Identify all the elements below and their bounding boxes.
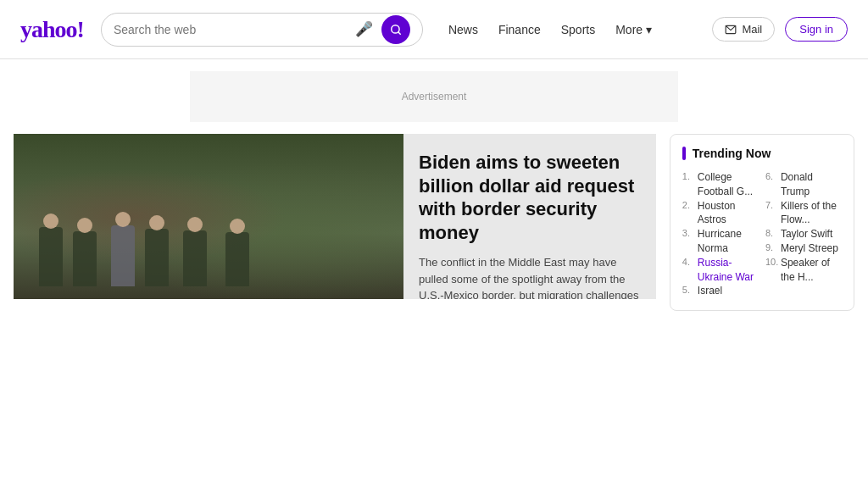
trending-label-3: Hurricane Norma (698, 227, 759, 256)
trending-label-1: College Football G... (698, 170, 759, 199)
trending-column-right: 6. Donald Trump 7. Killers of the Flow..… (765, 170, 842, 298)
nav-more-label: More (615, 23, 643, 36)
header: yahoo! 🎤 News Finance Sports More ▾ Mail… (0, 0, 868, 59)
trending-column-left: 1. College Football G... 2. Houston Astr… (682, 170, 759, 298)
trending-num-1: 1. (682, 170, 694, 183)
figure-6 (225, 232, 249, 286)
trending-accent-bar (682, 147, 686, 160)
search-button[interactable] (381, 15, 410, 44)
trending-item-8[interactable]: 8. Taylor Swift (765, 227, 842, 241)
trending-num-10: 10. (765, 256, 777, 269)
trending-item-3[interactable]: 3. Hurricane Norma (682, 227, 759, 256)
trending-item-10[interactable]: 10. Speaker of the H... (765, 256, 842, 285)
trending-num-5: 5. (682, 284, 694, 297)
trending-label-2: Houston Astros (698, 199, 759, 228)
hero-image-scene (14, 134, 403, 299)
trending-title: Trending Now (693, 147, 771, 160)
figure-5 (183, 230, 207, 286)
main-content: Biden aims to sweeten billion dollar aid… (0, 134, 868, 311)
trending-num-3: 3. (682, 227, 694, 240)
trending-item-7[interactable]: 7. Killers of the Flow... (765, 199, 842, 228)
trending-item-2[interactable]: 2. Houston Astros (682, 199, 759, 228)
trending-num-7: 7. (765, 199, 777, 212)
microphone-icon[interactable]: 🎤 (355, 20, 373, 38)
trending-num-8: 8. (765, 227, 777, 240)
trending-label-7: Killers of the Flow... (781, 199, 842, 228)
trending-label-6: Donald Trump (781, 170, 842, 199)
ad-label: Advertisement (402, 91, 467, 103)
nav-item-finance[interactable]: Finance (498, 23, 541, 36)
nav-more-dropdown[interactable]: More ▾ (615, 23, 652, 36)
mail-button[interactable]: Mail (712, 17, 775, 42)
signin-button[interactable]: Sign in (785, 17, 848, 42)
trending-item-6[interactable]: 6. Donald Trump (765, 170, 842, 199)
figure-1 (39, 227, 63, 286)
trending-num-2: 2. (682, 199, 694, 212)
trending-label-5: Israel (698, 284, 722, 298)
search-bar: 🎤 (101, 13, 423, 47)
hero-article[interactable]: Biden aims to sweeten billion dollar aid… (14, 134, 656, 299)
nav-links: News Finance Sports More ▾ (448, 23, 713, 36)
trending-label-4: Russia-Ukraine War (698, 256, 759, 285)
trending-label-9: Meryl Streep (781, 241, 838, 256)
figure-4 (145, 229, 169, 286)
nav-item-sports[interactable]: Sports (561, 23, 595, 36)
nav-item-news[interactable]: News (448, 23, 478, 36)
nav-actions: Mail Sign in (712, 17, 848, 42)
trending-header: Trending Now (682, 147, 842, 160)
trending-label-10: Speaker of the H... (781, 256, 842, 285)
trending-num-9: 9. (765, 241, 777, 254)
trending-item-1[interactable]: 1. College Football G... (682, 170, 759, 199)
figure-2 (73, 231, 97, 286)
chevron-down-icon: ▾ (646, 23, 652, 36)
trending-item-5[interactable]: 5. Israel (682, 284, 759, 298)
hero-summary: The conflict in the Middle East may have… (419, 254, 641, 299)
hero-text-panel: Biden aims to sweeten billion dollar aid… (403, 134, 656, 299)
search-input[interactable] (114, 23, 355, 36)
yahoo-logo[interactable]: yahoo! (20, 16, 84, 43)
mail-label: Mail (742, 23, 762, 36)
hero-headline: Biden aims to sweeten billion dollar aid… (419, 151, 641, 244)
trending-item-9[interactable]: 9. Meryl Streep (765, 241, 842, 256)
svg-line-1 (398, 31, 401, 34)
figure-3 (111, 225, 135, 286)
advertisement-banner: Advertisement (190, 71, 678, 122)
hero-image (14, 134, 403, 299)
trending-item-4[interactable]: 4. Russia-Ukraine War (682, 256, 759, 285)
trending-label-8: Taylor Swift (781, 227, 832, 241)
trending-grid: 1. College Football G... 2. Houston Astr… (682, 170, 842, 298)
trending-num-4: 4. (682, 256, 694, 269)
trending-box: Trending Now 1. College Football G... 2.… (670, 134, 854, 311)
trending-num-6: 6. (765, 170, 777, 183)
